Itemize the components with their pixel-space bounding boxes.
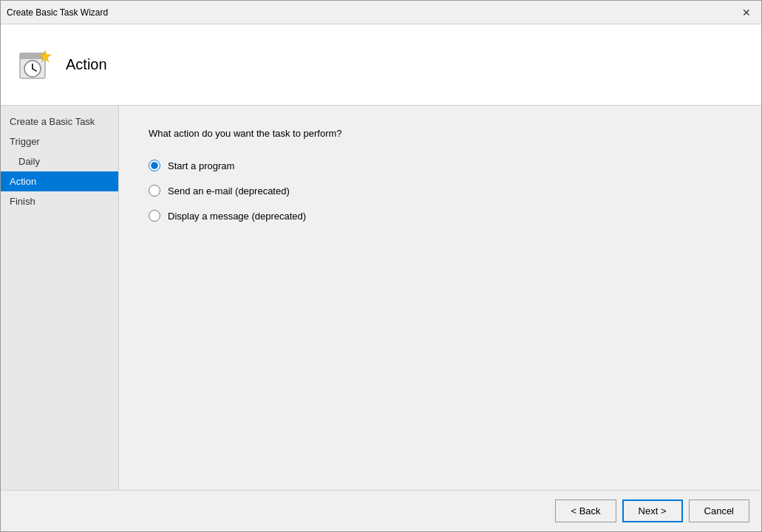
radio-start-program[interactable] bbox=[149, 160, 160, 171]
sidebar: Create a Basic Task Trigger Daily Action… bbox=[1, 106, 119, 490]
content-area: Create a Basic Task Trigger Daily Action… bbox=[1, 106, 761, 490]
radio-option-send-email[interactable]: Send an e-mail (deprecated) bbox=[149, 185, 732, 197]
sidebar-item-trigger[interactable]: Trigger bbox=[1, 132, 118, 151]
sidebar-item-finish[interactable]: Finish bbox=[1, 191, 118, 211]
radio-label-send-email: Send an e-mail (deprecated) bbox=[168, 185, 290, 197]
close-button[interactable]: ✕ bbox=[738, 4, 755, 21]
sidebar-item-create-basic-task[interactable]: Create a Basic Task bbox=[1, 112, 118, 132]
sidebar-item-daily[interactable]: Daily bbox=[1, 151, 118, 171]
header-title: Action bbox=[66, 56, 107, 73]
footer: < Back Next > Cancel bbox=[1, 490, 761, 531]
radio-group: Start a program Send an e-mail (deprecat… bbox=[149, 160, 732, 222]
main-panel: What action do you want the task to perf… bbox=[119, 106, 761, 490]
radio-option-start-program[interactable]: Start a program bbox=[149, 160, 732, 171]
radio-send-email[interactable] bbox=[149, 185, 160, 197]
next-button[interactable]: Next > bbox=[622, 499, 683, 522]
title-bar: Create Basic Task Wizard ✕ bbox=[1, 1, 761, 24]
window-title: Create Basic Task Wizard bbox=[7, 7, 108, 18]
radio-option-display-message[interactable]: Display a message (deprecated) bbox=[149, 210, 732, 222]
wizard-window: Create Basic Task Wizard ✕ Action Create… bbox=[0, 0, 762, 532]
task-scheduler-icon bbox=[17, 47, 52, 83]
radio-display-message[interactable] bbox=[149, 210, 160, 222]
radio-label-display-message: Display a message (deprecated) bbox=[168, 211, 306, 222]
radio-label-start-program: Start a program bbox=[168, 160, 234, 171]
sidebar-item-action[interactable]: Action bbox=[1, 171, 118, 191]
question-text: What action do you want the task to perf… bbox=[149, 128, 732, 139]
header-area: Action bbox=[1, 24, 761, 106]
back-button[interactable]: < Back bbox=[555, 499, 616, 522]
cancel-button[interactable]: Cancel bbox=[689, 499, 749, 522]
header-icon bbox=[16, 46, 54, 84]
